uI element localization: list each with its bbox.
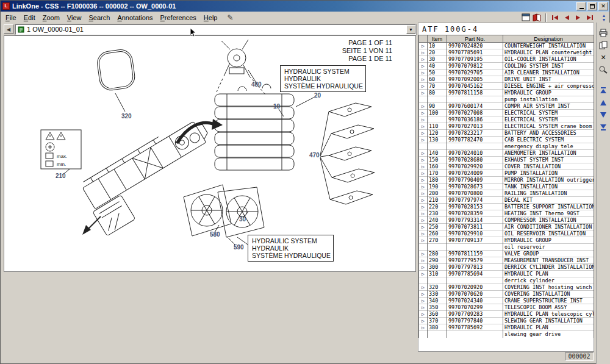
menu-view[interactable]: View	[63, 13, 85, 23]
parts-row[interactable]: slewing gear drive	[419, 331, 594, 338]
parts-row[interactable]: ▷33099707070620COVERING INSTALLATION	[419, 291, 594, 298]
cell-nav[interactable]: ▷	[419, 264, 428, 271]
parts-row[interactable]: ▷10099707027008ELECTRICAL SYSTEM	[419, 110, 594, 116]
parts-row[interactable]: ▷1099707024820COUNTERWEIGHT INSTALLATION	[419, 43, 594, 49]
parts-row[interactable]: ▷12099707823217BATTERY AND ACCESSORIES	[419, 130, 594, 137]
cell-nav[interactable]: ▷	[419, 56, 428, 63]
cell-nav[interactable]: ▷	[419, 291, 428, 298]
parts-row[interactable]: ▷29099707779579MEASUREMENT TRANSDUCER IN…	[419, 257, 594, 264]
cell-nav[interactable]: ▷	[419, 163, 428, 170]
parts-row[interactable]: ▷7099707045162DIESEL ENGINE + air compre…	[419, 83, 594, 90]
parts-row[interactable]: ▷11099707027013ELECTRICAL SYSTEM crane b…	[419, 123, 594, 130]
goto-figure-icon[interactable]: ▷	[422, 184, 425, 190]
goto-figure-icon[interactable]: ▷	[422, 291, 425, 297]
cell-nav[interactable]: ▷	[419, 90, 428, 96]
callout-30[interactable]: 30	[239, 216, 246, 223]
back-button[interactable]: ◀	[4, 24, 13, 34]
zoom-tool-button[interactable]	[598, 64, 609, 75]
parts-row[interactable]: oil reservoir	[419, 244, 594, 251]
goto-figure-icon[interactable]: ▷	[422, 204, 425, 210]
goto-figure-icon[interactable]: ▷	[422, 177, 425, 183]
parts-row[interactable]: ▷5099707029705AIR CLEANER INSTALLATION	[419, 70, 594, 76]
goto-figure-icon[interactable]: ▷	[422, 84, 425, 89]
goto-figure-icon[interactable]: ▷	[422, 191, 425, 196]
parts-row[interactable]: ▷28099707811159VALVE GROUP	[419, 251, 594, 257]
cell-nav[interactable]: ▷	[419, 123, 428, 130]
cell-nav[interactable]: ▷	[419, 210, 428, 217]
goto-figure-icon[interactable]: ▷	[422, 124, 425, 129]
cell-nav[interactable]: ▷	[419, 76, 428, 83]
minimize-button[interactable]	[576, 2, 586, 10]
combobox-dropdown-button[interactable]: ▼	[406, 25, 415, 34]
cell-nav[interactable]: ▷	[419, 110, 428, 116]
parts-row[interactable]: ▷19099707028673TANK INSTALLATION	[419, 184, 594, 190]
parts-row[interactable]: ▷38099707785692HYDRAULIC PLAN	[419, 324, 594, 331]
goto-figure-icon[interactable]: ▷	[422, 130, 425, 136]
cell-nav[interactable]: ▷	[419, 177, 428, 184]
parts-row[interactable]: emergency display tele	[419, 143, 594, 150]
cell-nav[interactable]: ▷	[419, 318, 428, 324]
goto-figure-icon[interactable]: ▷	[422, 312, 425, 317]
go-last-button[interactable]	[598, 121, 609, 132]
go-first-button[interactable]	[598, 85, 609, 96]
close-view-button[interactable]: ✕	[598, 52, 609, 63]
goto-figure-icon[interactable]: ▷	[422, 57, 425, 62]
goto-figure-icon[interactable]: ▷	[422, 298, 425, 304]
first-page-button[interactable]	[550, 13, 560, 23]
cell-nav[interactable]: ▷	[419, 230, 428, 237]
goto-figure-icon[interactable]: ▷	[422, 318, 425, 324]
parts-row[interactable]: ▷3099707709195OIL-COOLER INSTALLATION	[419, 56, 594, 63]
parts-row[interactable]: ▷23099707028359HEATING INST Thermo 90ST	[419, 210, 594, 217]
parts-row[interactable]: ▷37099707797840SLEWING GEAR INSTALLATION	[419, 318, 594, 324]
goto-figure-icon[interactable]: ▷	[422, 164, 425, 170]
open-book-button[interactable]	[532, 13, 542, 23]
parts-row[interactable]: ▷13099707782470CAB ELECTRIC SYSTEM	[419, 137, 594, 143]
menu-preferences[interactable]: Preferences	[157, 13, 200, 23]
menu-file[interactable]: File	[2, 13, 20, 23]
cell-nav[interactable]: ▷	[419, 116, 428, 123]
cell-nav[interactable]: ▷	[419, 157, 428, 163]
parts-row[interactable]: ▷26099707029910OIL RESERVOIR INSTALLATIO…	[419, 230, 594, 237]
go-down-button[interactable]	[598, 109, 609, 120]
spin-down-button[interactable]: ▼	[602, 18, 606, 22]
goto-figure-icon[interactable]: ▷	[422, 218, 425, 223]
parts-row[interactable]: ▷34099707024340CRANE SUPERSTRUCTURE INST	[419, 298, 594, 304]
callout-580[interactable]: 580	[210, 231, 220, 238]
cell-nav[interactable]: ▷	[419, 63, 428, 70]
cell-nav[interactable]: ▷	[419, 204, 428, 210]
goto-figure-icon[interactable]: ▷	[422, 43, 425, 49]
cell-nav[interactable]: ▷	[419, 103, 428, 110]
parts-row[interactable]: ▷2099707785691HYDRAULIC PLAN counterweig…	[419, 49, 594, 56]
parts-row[interactable]: ▷24099707793314COMPRESSOR INSTALLATION	[419, 217, 594, 224]
goto-figure-icon[interactable]: ▷	[422, 198, 425, 203]
cell-nav[interactable]: ▷	[419, 224, 428, 230]
cell-nav[interactable]: ▷	[419, 271, 428, 277]
parts-row[interactable]: ▷18099707790409MIRROR INSTALLATION outri…	[419, 177, 594, 184]
cell-nav[interactable]: ▷	[419, 70, 428, 76]
callout-590[interactable]: 590	[234, 244, 244, 251]
menu-edit[interactable]: Edit	[20, 13, 39, 23]
goto-figure-icon[interactable]: ▷	[422, 90, 425, 96]
page-combobox[interactable]: 1 OW_0000-01_01 ▼	[15, 24, 416, 35]
parts-row[interactable]: ▷36099707709283HYDRAULIC PLAN telescopic…	[419, 311, 594, 318]
last-page-button[interactable]	[584, 13, 595, 23]
previous-page-button[interactable]	[561, 13, 572, 23]
goto-figure-icon[interactable]: ▷	[422, 238, 425, 243]
goto-figure-icon[interactable]: ▷	[422, 224, 425, 230]
parts-row[interactable]: ▷35099707070299TELESCOPIC BOOM ASSY	[419, 304, 594, 311]
callout-320[interactable]: 320	[121, 113, 132, 120]
parts-row[interactable]: ▷99707036186ELECTRICAL SYSTEM	[419, 116, 594, 123]
cell-nav[interactable]: ▷	[419, 190, 428, 197]
callout-20[interactable]: 20	[314, 92, 321, 99]
parts-row[interactable]: ▷31099707785694HYDRAULIC PLAN	[419, 271, 594, 277]
goto-figure-icon[interactable]: ▷	[422, 151, 425, 156]
goto-figure-icon[interactable]: ▷	[422, 110, 425, 116]
parts-row[interactable]: ▷6099707092005DRIVE UNIT INST	[419, 76, 594, 83]
parts-row[interactable]: ▷8099707811158HYDRAULIC GROUP	[419, 90, 594, 96]
cell-nav[interactable]: ▷	[419, 324, 428, 331]
parts-row[interactable]: ▷30099707797813DERRICK CYLINDER INSTALLA…	[419, 264, 594, 271]
go-up-button[interactable]	[598, 97, 609, 108]
goto-figure-icon[interactable]: ▷	[422, 231, 425, 237]
cell-nav[interactable]: ▷	[419, 83, 428, 90]
menu-zoom[interactable]: Zoom	[39, 13, 63, 23]
